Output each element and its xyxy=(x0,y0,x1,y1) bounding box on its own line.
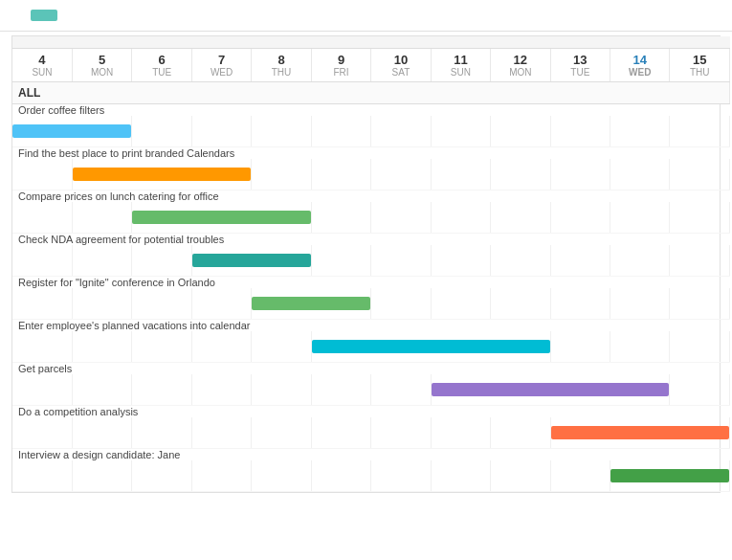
task-label-row: Register for "Ignite" conference in Orla… xyxy=(12,277,730,289)
grid-cell xyxy=(610,159,670,190)
task-label: Enter employee's planned vacations into … xyxy=(12,320,730,332)
day-header-row: 4SUN5MON6TUE7WED8THU9FRI10SAT11SUN12MON1… xyxy=(12,49,730,82)
grid-cell xyxy=(431,460,490,492)
grid-cell xyxy=(311,374,370,406)
grid-cell xyxy=(72,245,131,277)
grid-cell xyxy=(252,116,311,147)
task-label-row: Do a competition analysis xyxy=(12,406,730,418)
grid-cell xyxy=(431,159,490,190)
grid-cell xyxy=(311,460,370,492)
task-bar[interactable] xyxy=(551,426,729,439)
grid-cell xyxy=(311,245,370,277)
grid-cell xyxy=(72,202,131,234)
grid-cell xyxy=(371,288,431,320)
day-header-7: 7WED xyxy=(191,49,251,82)
grid-cell xyxy=(491,116,550,147)
grid-cell xyxy=(491,202,550,234)
grid-cell xyxy=(12,288,72,320)
task-label: Do a competition analysis xyxy=(12,406,730,418)
grid-cell xyxy=(431,245,490,277)
grid-cell xyxy=(491,159,550,190)
create-task-button[interactable] xyxy=(31,10,57,21)
grid-cell xyxy=(371,159,431,190)
grid-cell xyxy=(191,288,251,320)
grid-cell xyxy=(431,116,490,147)
task-bar[interactable] xyxy=(312,340,550,353)
day-header-8: 8THU xyxy=(252,49,311,82)
task-bar-row xyxy=(12,331,730,363)
grid-cell xyxy=(12,245,72,277)
grid-cell xyxy=(72,288,131,320)
task-label: Check NDA agreement for potential troubl… xyxy=(12,234,730,246)
grid-cell xyxy=(670,159,730,190)
grid-cell xyxy=(550,116,610,147)
task-bar[interactable] xyxy=(73,168,251,181)
grid-cell xyxy=(670,331,730,363)
grid-cell xyxy=(610,331,670,363)
grid-cell xyxy=(371,116,431,147)
task-bar[interactable] xyxy=(132,211,310,224)
all-row: ALL xyxy=(12,82,730,104)
task-label: Interview a design candidate: Jane xyxy=(12,449,730,461)
day-header-9: 9FRI xyxy=(311,49,370,82)
task-label-row: Check NDA agreement for potential troubl… xyxy=(12,234,730,246)
day-header-13: 13TUE xyxy=(550,49,610,82)
grid-cell xyxy=(132,417,191,449)
grid-cell xyxy=(252,460,311,492)
page-header xyxy=(0,0,732,32)
task-bar[interactable] xyxy=(192,254,311,267)
task-label-row: Order coffee filters xyxy=(12,104,730,117)
grid-cell xyxy=(12,374,72,406)
grid-cell xyxy=(610,116,670,147)
grid-cell xyxy=(191,374,251,406)
task-bar[interactable] xyxy=(610,469,729,482)
grid-cell xyxy=(72,460,131,492)
task-label: Find the best place to print branded Cal… xyxy=(12,147,730,160)
grid-cell xyxy=(550,245,610,277)
grid-cell xyxy=(550,460,610,492)
grid-cell xyxy=(12,460,72,492)
grid-cell xyxy=(610,460,730,492)
gantt-chart: 4SUN5MON6TUE7WED8THU9FRI10SAT11SUN12MON1… xyxy=(11,35,721,493)
grid-cell xyxy=(610,202,670,234)
task-bar[interactable] xyxy=(252,297,370,310)
grid-cell xyxy=(72,159,251,190)
grid-cell xyxy=(431,417,490,449)
grid-cell xyxy=(550,202,610,234)
grid-cell xyxy=(371,202,431,234)
grid-cell xyxy=(311,159,370,190)
grid-cell xyxy=(12,417,72,449)
grid-cell xyxy=(491,417,550,449)
grid-cell xyxy=(371,460,431,492)
grid-cell xyxy=(670,202,730,234)
grid-cell xyxy=(191,460,251,492)
grid-cell xyxy=(132,116,191,147)
day-header-10: 10SAT xyxy=(371,49,431,82)
grid-cell xyxy=(610,245,670,277)
task-bar-row xyxy=(12,288,730,320)
day-header-15: 15THU xyxy=(670,49,730,82)
grid-cell xyxy=(252,331,311,363)
task-bar-row xyxy=(12,417,730,449)
task-label-row: Find the best place to print branded Cal… xyxy=(12,147,730,160)
grid-cell xyxy=(311,331,550,363)
grid-cell xyxy=(311,116,370,147)
grid-cell xyxy=(550,417,729,449)
grid-cell xyxy=(371,245,431,277)
task-bar[interactable] xyxy=(432,383,670,396)
day-header-11: 11SUN xyxy=(431,49,490,82)
grid-cell xyxy=(12,159,72,190)
task-label-row: Compare prices on lunch catering for off… xyxy=(12,190,730,203)
grid-cell xyxy=(491,288,550,320)
grid-cell xyxy=(132,460,191,492)
grid-cell xyxy=(191,116,251,147)
month-header-row xyxy=(12,36,730,49)
task-bar[interactable] xyxy=(12,124,131,138)
all-label: ALL xyxy=(12,82,730,104)
grid-cell xyxy=(550,288,610,320)
grid-cell xyxy=(132,331,191,363)
task-label: Order coffee filters xyxy=(12,104,730,117)
grid-cell xyxy=(491,245,550,277)
grid-cell xyxy=(252,374,311,406)
task-label-row: Enter employee's planned vacations into … xyxy=(12,320,730,332)
